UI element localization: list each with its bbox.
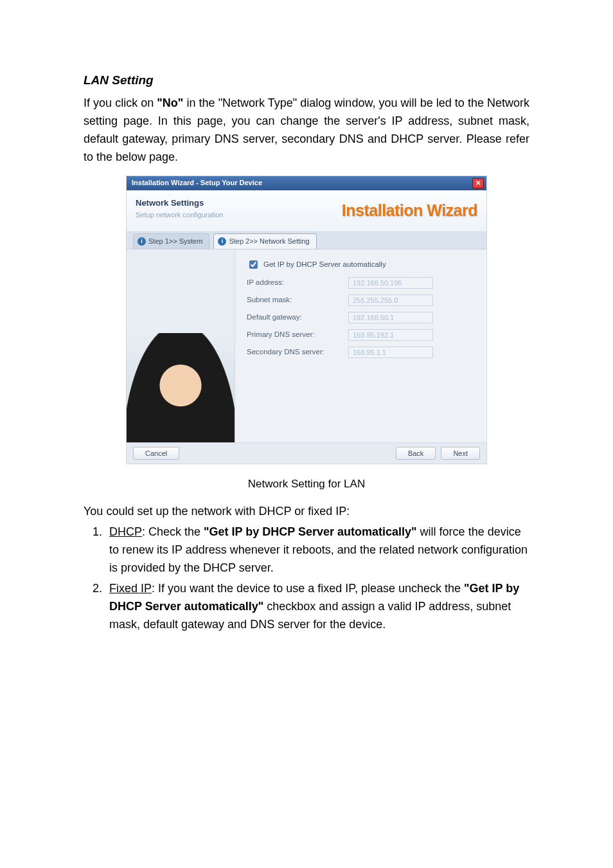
text: : If you want the device to use a fixed … <box>152 582 464 595</box>
tab-step2-label: Step 2>> Network Setting <box>229 236 309 247</box>
list-item: Fixed IP: If you want the device to use … <box>105 580 529 634</box>
intro-paragraph: If you click on "No" in the "Network Typ… <box>84 95 529 167</box>
mask-input[interactable] <box>348 294 433 306</box>
wizard-footer: Cancel Back Next <box>127 442 486 464</box>
close-icon[interactable]: ✕ <box>472 178 484 188</box>
section-heading: LAN Setting <box>84 71 529 89</box>
intro-no: "No" <box>157 96 183 109</box>
brand-logo-text: Installation Wizard <box>342 197 477 223</box>
dns1-label: Primary DNS server: <box>247 329 342 341</box>
tab-step1-label: Step 1>> System <box>148 236 202 247</box>
header-title: Network Settings <box>136 197 223 210</box>
intro-pre: If you click on <box>84 96 157 109</box>
figure-caption: Network Setting for LAN <box>84 476 529 493</box>
network-form: Get IP by DHCP Server automatically IP a… <box>235 249 486 442</box>
dns2-label: Secondary DNS server: <box>247 347 342 358</box>
mask-label: Subnet mask: <box>247 294 342 306</box>
gateway-input[interactable] <box>348 312 433 323</box>
screenshot-window: Installation Wizard - Setup Your Device … <box>126 176 487 464</box>
dhcp-checkbox[interactable] <box>249 260 258 269</box>
fixedip-term: Fixed IP <box>109 582 152 595</box>
tab-step2[interactable]: i Step 2>> Network Setting <box>213 233 316 249</box>
text: : Check the <box>142 525 204 538</box>
ip-input[interactable] <box>348 277 433 289</box>
dns1-input[interactable] <box>348 329 433 341</box>
next-button[interactable]: Next <box>441 447 480 460</box>
dhcp-term: DHCP <box>109 525 142 538</box>
tab-step1[interactable]: i Step 1>> System <box>133 233 209 249</box>
step-icon: i <box>138 237 146 246</box>
step-tabs: i Step 1>> System i Step 2>> Network Set… <box>127 232 486 249</box>
left-sidebar <box>127 249 235 442</box>
window-header: Network Settings Setup network configura… <box>127 190 486 232</box>
back-button[interactable]: Back <box>396 447 436 460</box>
ip-label: IP address: <box>247 277 342 289</box>
header-subtitle: Setup network configuration <box>136 210 223 221</box>
instruction-list: DHCP: Check the "Get IP by DHCP Server a… <box>84 523 529 633</box>
cancel-button[interactable]: Cancel <box>133 447 179 460</box>
window-title: Installation Wizard - Setup Your Device <box>132 177 262 188</box>
dhcp-checkbox-label: Get IP by DHCP Server automatically <box>263 259 386 271</box>
avatar <box>127 333 235 442</box>
list-item: DHCP: Check the "Get IP by DHCP Server a… <box>105 523 529 577</box>
after-lead: You could set up the network with DHCP o… <box>84 503 529 521</box>
dns2-input[interactable] <box>348 347 433 358</box>
step-icon: i <box>218 237 226 246</box>
window-titlebar: Installation Wizard - Setup Your Device … <box>127 176 486 190</box>
dhcp-bold: "Get IP by DHCP Server automatically" <box>204 525 417 538</box>
gateway-label: Default gateway: <box>247 312 342 323</box>
